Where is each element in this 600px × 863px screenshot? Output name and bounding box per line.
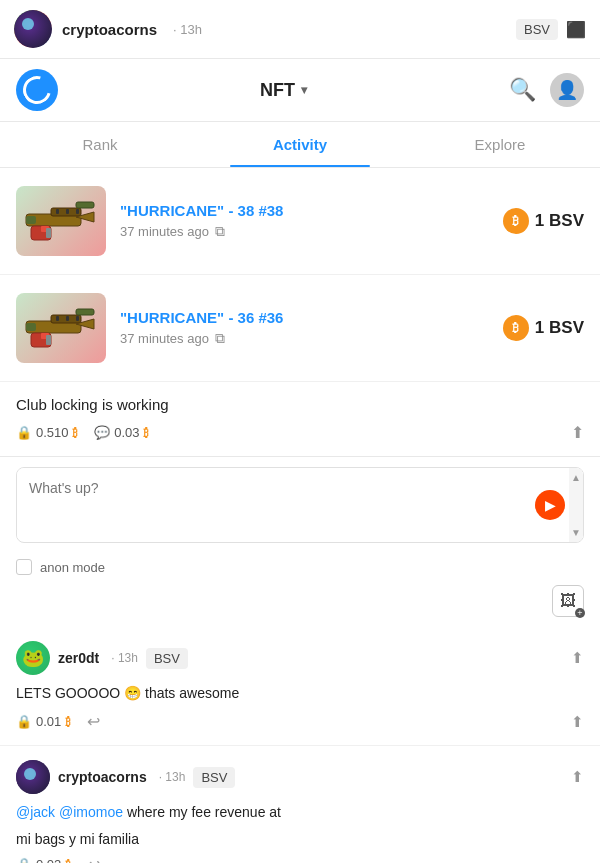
image-upload-button[interactable]: 🖼 + bbox=[552, 585, 584, 617]
nft-info-2: "HURRICANE" - 36 #36 37 minutes ago ⧉ bbox=[120, 309, 489, 347]
comment-1-share-icon[interactable]: ⬆ bbox=[571, 649, 584, 667]
nav-center: NFT ▾ bbox=[260, 80, 307, 101]
lock-icon: 🔒 bbox=[16, 714, 32, 729]
comment-action: 💬 0.03 ₿ bbox=[94, 425, 149, 440]
input-area: ▲ ▼ ▶ bbox=[16, 467, 584, 543]
svg-rect-15 bbox=[56, 316, 59, 321]
header-right: BSV ⬛ bbox=[516, 19, 586, 40]
nft-item-1: "HURRICANE" - 38 #38 37 minutes ago ⧉ ₿ … bbox=[0, 168, 600, 275]
nav-icons: 🔍 bbox=[509, 73, 584, 107]
comment-1-footer-share[interactable]: ⬆ bbox=[571, 713, 584, 731]
tab-activity[interactable]: Activity bbox=[200, 122, 400, 167]
tab-explore[interactable]: Explore bbox=[400, 122, 600, 167]
comment-2-footer: 🔒 0.02 ₿ ↩ bbox=[16, 855, 584, 863]
mention-imomoe: @imomoe bbox=[59, 804, 123, 820]
nft-title-2: "HURRICANE" - 36 #36 bbox=[120, 309, 489, 326]
svg-rect-17 bbox=[76, 316, 79, 321]
external-link-icon-1[interactable]: ⧉ bbox=[215, 223, 225, 240]
scrollbar-up-icon[interactable]: ▲ bbox=[571, 472, 581, 483]
comment-1-time: · 13h bbox=[111, 651, 138, 665]
nft-price-1: ₿ 1 BSV bbox=[503, 208, 584, 234]
nft-item-2: "HURRICANE" - 36 #36 37 minutes ago ⧉ ₿ … bbox=[0, 275, 600, 382]
mention-jack: @jack bbox=[16, 804, 55, 820]
svg-rect-16 bbox=[66, 316, 69, 321]
tabs: Rank Activity Explore bbox=[0, 122, 600, 168]
comment-amount: 0.03 ₿ bbox=[114, 425, 149, 440]
profile-icon[interactable] bbox=[550, 73, 584, 107]
svg-rect-10 bbox=[46, 228, 51, 238]
nft-title-1: "HURRICANE" - 38 #38 bbox=[120, 202, 489, 219]
chevron-down-icon[interactable]: ▾ bbox=[301, 83, 307, 97]
whats-up-input[interactable] bbox=[17, 468, 583, 538]
comment-1-bsv-badge: BSV bbox=[146, 648, 188, 669]
lock-action: 🔒 0.510 ₿ bbox=[16, 425, 78, 440]
price-text-2: 1 BSV bbox=[535, 318, 584, 338]
comment-2-header: cryptoacorns · 13h BSV ⬆ bbox=[16, 760, 584, 794]
external-link-icon-2[interactable]: ⧉ bbox=[215, 330, 225, 347]
scrollbar[interactable]: ▲ ▼ bbox=[569, 468, 583, 542]
comment-1-header: 🐸 zer0dt · 13h BSV ⬆ bbox=[16, 641, 584, 675]
club-actions: 🔒 0.510 ₿ 💬 0.03 ₿ ⬆ bbox=[16, 423, 584, 442]
comment-icon: 💬 bbox=[94, 425, 110, 440]
comment-2-text: @jack @imomoe where my fee revenue at bbox=[16, 802, 584, 823]
image-icon: 🖼 bbox=[560, 592, 576, 610]
club-post-title: Club locking is working bbox=[16, 396, 584, 413]
bsv-coin-icon-2: ₿ bbox=[503, 315, 529, 341]
comment-2-reply-icon[interactable]: ↩ bbox=[87, 855, 100, 863]
scrollbar-down-icon[interactable]: ▼ bbox=[571, 527, 581, 538]
comment-1-text: LETS GOOOOO 😁 thats awesome bbox=[16, 683, 584, 704]
bsv-badge: BSV bbox=[516, 19, 558, 40]
tab-rank[interactable]: Rank bbox=[0, 122, 200, 167]
svg-rect-5 bbox=[66, 209, 69, 214]
avatar bbox=[14, 10, 52, 48]
comment-1-reply-icon[interactable]: ↩ bbox=[87, 712, 100, 731]
comment-2-extra-text: mi bags y mi familia bbox=[16, 831, 584, 847]
plus-icon: + bbox=[575, 608, 585, 618]
svg-rect-9 bbox=[26, 216, 36, 224]
svg-rect-4 bbox=[56, 209, 59, 214]
lock-icon: 🔒 bbox=[16, 425, 32, 440]
header-username: cryptoacorns bbox=[62, 21, 157, 38]
comment-2-time: · 13h bbox=[159, 770, 186, 784]
svg-rect-21 bbox=[46, 335, 51, 345]
post-header: cryptoacorns · 13h BSV ⬛ bbox=[0, 0, 600, 59]
anon-label: anon mode bbox=[40, 560, 105, 575]
comment-2-bsv-badge: BSV bbox=[193, 767, 235, 788]
nft-time-2: 37 minutes ago ⧉ bbox=[120, 330, 489, 347]
comment-1-username: zer0dt bbox=[58, 650, 99, 666]
nft-time-1: 37 minutes ago ⧉ bbox=[120, 223, 489, 240]
svg-rect-20 bbox=[26, 323, 36, 331]
nav-bar: NFT ▾ 🔍 bbox=[0, 59, 600, 122]
share-icon[interactable]: ⬆ bbox=[571, 423, 584, 442]
lock-amount: 0.510 ₿ bbox=[36, 425, 78, 440]
svg-rect-2 bbox=[76, 202, 94, 208]
nft-info-1: "HURRICANE" - 38 #38 37 minutes ago ⧉ bbox=[120, 202, 489, 240]
svg-rect-6 bbox=[76, 209, 79, 214]
nav-label: NFT bbox=[260, 80, 295, 101]
svg-rect-13 bbox=[76, 309, 94, 315]
comment-2-username: cryptoacorns bbox=[58, 769, 147, 785]
comment-1-lock: 🔒 0.01 ₿ bbox=[16, 714, 71, 729]
comment-2-share-icon[interactable]: ⬆ bbox=[571, 768, 584, 786]
nft-price-2: ₿ 1 BSV bbox=[503, 315, 584, 341]
anon-checkbox[interactable] bbox=[16, 559, 32, 575]
price-text-1: 1 BSV bbox=[535, 211, 584, 231]
club-post: Club locking is working 🔒 0.510 ₿ 💬 0.03… bbox=[0, 382, 600, 457]
header-time: · 13h bbox=[173, 22, 202, 37]
send-button[interactable]: ▶ bbox=[535, 490, 565, 520]
anon-row: anon mode bbox=[0, 553, 600, 581]
comment-1-avatar: 🐸 bbox=[16, 641, 50, 675]
comment-2-lock: 🔒 0.02 ₿ bbox=[16, 857, 71, 863]
nft-image-2 bbox=[16, 293, 106, 363]
nft-image-1 bbox=[16, 186, 106, 256]
lock-icon: 🔒 bbox=[16, 857, 32, 863]
share-icon[interactable]: ⬛ bbox=[566, 20, 586, 39]
bsv-coin-icon-1: ₿ bbox=[503, 208, 529, 234]
comment-1-footer: 🔒 0.01 ₿ ↩ ⬆ bbox=[16, 712, 584, 731]
comment-2-avatar bbox=[16, 760, 50, 794]
comment-2: cryptoacorns · 13h BSV ⬆ @jack @imomoe w… bbox=[0, 746, 600, 863]
app-logo[interactable] bbox=[16, 69, 58, 111]
search-icon[interactable]: 🔍 bbox=[509, 77, 536, 103]
comment-1: 🐸 zer0dt · 13h BSV ⬆ LETS GOOOOO 😁 thats… bbox=[0, 627, 600, 746]
image-upload-area: 🖼 + bbox=[0, 581, 600, 627]
